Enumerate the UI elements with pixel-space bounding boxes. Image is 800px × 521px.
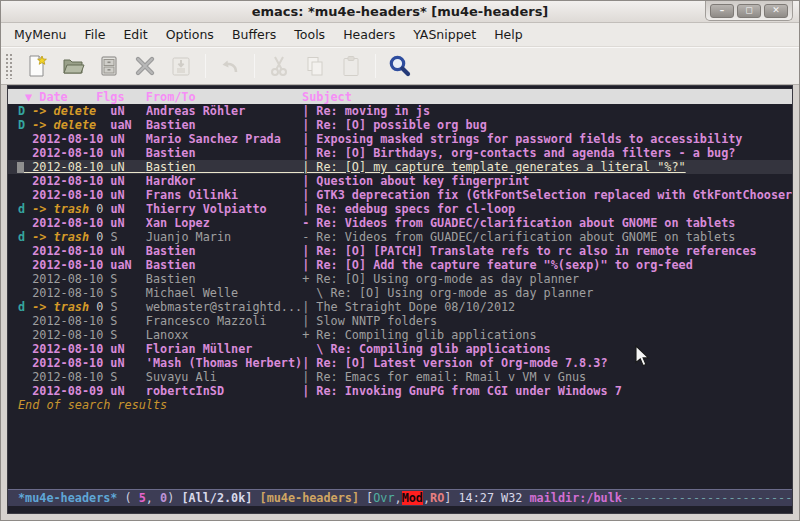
date-cell: 2012-08-10	[18, 216, 110, 230]
search-icon[interactable]	[382, 50, 418, 82]
flags-cell: uN	[110, 132, 146, 146]
date-cell: 2012-08-09	[18, 384, 110, 398]
from-cell: Francesco Mazzoli	[146, 314, 302, 328]
flags-cell: S	[110, 314, 146, 328]
toolbar-grip[interactable]	[5, 53, 13, 79]
date-cell: 2012-08-10	[18, 342, 110, 356]
message-row[interactable]: 2012-08-10 uN Xan Lopez - Re: Videos fro…	[8, 216, 792, 230]
date-cell: 2012-08-10	[18, 328, 110, 342]
subject-cell: | Re: edebug specs for cl-loop	[302, 202, 515, 216]
modeline-segment: ]	[444, 491, 458, 505]
echo-area[interactable]	[8, 506, 792, 514]
subject-cell: - Re: Videos from GUADEC/clarification a…	[302, 230, 735, 244]
maximize-button[interactable]: ◻	[737, 4, 761, 18]
menu-item-yasnippet[interactable]: YASnippet	[404, 24, 485, 45]
file-cabinet-icon[interactable]	[91, 50, 127, 82]
date-cell: 2012-08-10	[18, 160, 110, 174]
new-file-icon[interactable]	[19, 50, 55, 82]
message-row-current[interactable]: 2012-08-10 uN Bastien | Re: [O] my captu…	[8, 160, 792, 174]
from-cell: Lanoxx	[146, 328, 302, 342]
menu-item-mymenu[interactable]: MyMenu	[5, 24, 76, 45]
date-cell: 2012-08-10	[18, 132, 110, 146]
message-row[interactable]: d -> trash 0 S webmaster@straightd...| T…	[8, 300, 792, 314]
message-row[interactable]: 2012-08-10 uN Frans Oilinki | GTK3 depre…	[8, 188, 792, 202]
mark-count: 0	[89, 300, 103, 314]
date-cell: 2012-08-10	[18, 174, 110, 188]
close-button[interactable]: ✕	[764, 4, 788, 18]
message-list: D -> delete uN Andreas Röhler | Re: movi…	[8, 104, 792, 398]
subject-cell: | Slow NNTP folders	[302, 314, 437, 328]
mode-line[interactable]: *mu4e-headers* ( 5, 0) [All/2.0k] [mu4e-…	[8, 489, 792, 506]
mark-char: D	[18, 104, 32, 118]
minimize-button[interactable]: –	[710, 4, 734, 18]
from-cell: robertcInSD	[146, 384, 302, 398]
from-cell: 'Mash (Thomas Herbert)	[146, 356, 302, 370]
subject-cell: + Re: Compiling glib applications	[302, 328, 536, 342]
date-cell: 2012-08-10	[18, 356, 110, 370]
from-cell: Andreas Röhler	[146, 104, 302, 118]
mark-command: -> trash	[32, 300, 89, 314]
mark-command: -> trash	[32, 230, 89, 244]
flags-cell: S	[110, 300, 146, 314]
message-row[interactable]: 2012-08-10 S Bastien + Re: [O] Using org…	[8, 272, 792, 286]
message-row[interactable]: 2012-08-10 uN 'Mash (Thomas Herbert)| Re…	[8, 356, 792, 370]
message-row[interactable]: 2012-08-10 uN Bastien | Re: [O] [PATCH] …	[8, 244, 792, 258]
from-cell: Bastien	[146, 160, 302, 174]
flags-cell: uN	[110, 202, 146, 216]
flags-cell: uN	[110, 384, 146, 398]
from-cell: Bastien	[146, 258, 302, 272]
menu-item-tools[interactable]: Tools	[285, 24, 334, 45]
window-controls: –◻✕	[705, 1, 793, 21]
date-cell: 2012-08-10	[18, 146, 110, 160]
empty-buffer-space	[8, 412, 792, 489]
flags-cell: S	[110, 328, 146, 342]
modeline-segment: ,	[395, 491, 402, 505]
menu-item-options[interactable]: Options	[157, 24, 223, 45]
modeline-segment: 5	[139, 491, 146, 505]
menu-item-headers[interactable]: Headers	[334, 24, 404, 45]
message-row[interactable]: 2012-08-10 S Francesco Mazzoli | Slow NN…	[8, 314, 792, 328]
message-row[interactable]: 2012-08-09 uN robertcInSD | Re: Invoking…	[8, 384, 792, 398]
close-buffer-icon[interactable]	[127, 50, 163, 82]
message-row[interactable]: d -> trash 0 S Juanjo Marin - Re: Videos…	[8, 230, 792, 244]
message-row[interactable]: D -> delete uN Andreas Röhler | Re: movi…	[8, 104, 792, 118]
open-folder-icon[interactable]	[55, 50, 91, 82]
title-bar[interactable]: emacs: *mu4e-headers* [mu4e-headers] –◻✕	[1, 1, 799, 23]
menu-item-edit[interactable]: Edit	[114, 24, 156, 45]
message-row[interactable]: 2012-08-10 uN Bastien | Re: [O] Birthday…	[8, 146, 792, 160]
flags-cell: uN	[110, 174, 146, 188]
message-row[interactable]: 2012-08-10 uaN Bastien | Re: [O] Add the…	[8, 258, 792, 272]
flags-cell: uN	[110, 216, 146, 230]
message-row[interactable]: D -> delete uaN Bastien | Re: [O] possib…	[8, 118, 792, 132]
message-row[interactable]: 2012-08-10 S Michael Welle \ Re: [O] Usi…	[8, 286, 792, 300]
mark-count: 0	[89, 202, 103, 216]
message-row[interactable]: d -> trash 0 uN Thierry Volpiatto | Re: …	[8, 202, 792, 216]
subject-cell: | Exposing masked strings for password f…	[302, 132, 742, 146]
message-row[interactable]: 2012-08-10 uN Mario Sanchez Prada | Expo…	[8, 132, 792, 146]
message-row[interactable]: 2012-08-10 S Lanoxx + Re: Compiling glib…	[8, 328, 792, 342]
menu-item-help[interactable]: Help	[485, 24, 532, 45]
toolbar-separator	[254, 54, 255, 78]
subject-cell: | Re: Invoking GnuPG from CGI under Wind…	[302, 384, 622, 398]
message-row[interactable]: 2012-08-10 uN Florian Müllner \ Re: Comp…	[8, 342, 792, 356]
flags-cell: uN	[110, 342, 146, 356]
message-row[interactable]: 2012-08-10 uN HardKor | Question about k…	[8, 174, 792, 188]
modeline-segment: maildir:/bulk	[530, 491, 622, 505]
flags-cell: uN	[110, 160, 146, 174]
modeline-segment: RO	[430, 491, 444, 505]
menu-item-buffers[interactable]: Buffers	[223, 24, 285, 45]
buffer-area[interactable]: ▼ Date Flgs From/To Subject D -> delete …	[7, 85, 793, 514]
modeline-segment: ------------------------	[622, 491, 792, 505]
from-cell: Suvayu Ali	[146, 370, 302, 384]
message-row[interactable]: 2012-08-10 S Suvayu Ali | Re: Emacs for …	[8, 370, 792, 384]
from-cell: Bastien	[146, 146, 302, 160]
mark-command: -> delete	[32, 118, 96, 132]
menu-item-file[interactable]: File	[76, 24, 115, 45]
modeline-segment: Mod	[402, 491, 423, 505]
modeline-segment: *mu4e-headers*	[18, 491, 117, 505]
modeline-segment: )	[167, 491, 181, 505]
subject-cell: | Re: moving in js	[302, 104, 430, 118]
from-cell: Mario Sanchez Prada	[146, 132, 302, 146]
from-cell: Xan Lopez	[146, 216, 302, 230]
tool-bar	[1, 47, 799, 85]
